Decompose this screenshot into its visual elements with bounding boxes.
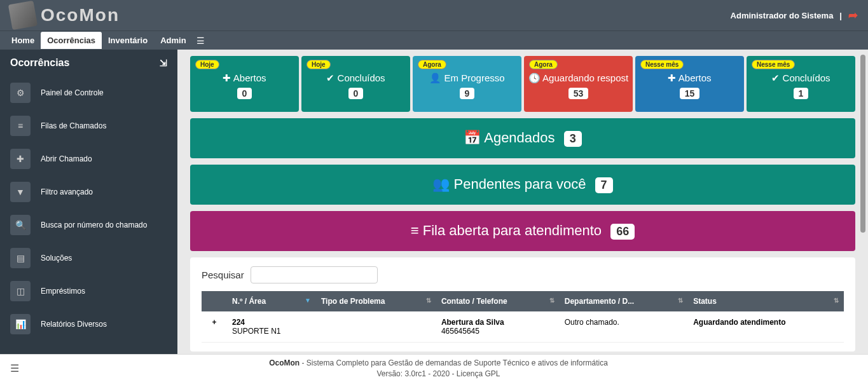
col-departamento[interactable]: Departamento / D...⇅ <box>560 291 688 311</box>
stat-card-concluidos-hoje[interactable]: Hoje ✔ Concluídos 0 <box>301 56 410 112</box>
stat-card-aguardando[interactable]: Agora 🕓 Aguardando respost 53 <box>524 56 633 112</box>
reports-icon: 📊 <box>10 314 31 334</box>
sort-icon: ⇅ <box>678 297 683 304</box>
top-header: OcoMon Administrador do Sistema | ➦ <box>0 0 868 31</box>
stat-title: ✚ Abertos <box>638 72 741 84</box>
sidebar-item-label: Busca por número do chamado <box>41 221 147 229</box>
banner-fila[interactable]: ≡ Fila aberta para atendimento 66 <box>190 211 855 251</box>
stat-card-concluidos-mes[interactable]: Nesse mês ✔ Concluídos 1 <box>747 56 855 112</box>
footer-line1: Sistema Completo para Gestão de demandas… <box>307 358 608 367</box>
sidebar-item-emprestimos[interactable]: ◫ Empréstimos <box>0 275 177 308</box>
stat-card-progresso[interactable]: Agora 👤 Em Progresso 9 <box>413 56 521 112</box>
list-icon: ≡ <box>411 222 419 238</box>
sidebar-item-label: Soluções <box>41 254 72 263</box>
search-row: Pesquisar <box>202 266 844 283</box>
stat-tag: Hoje <box>307 60 331 69</box>
stat-value: 15 <box>680 88 700 99</box>
col-status[interactable]: Status⇅ <box>688 291 844 311</box>
filter-icon: ▼ <box>10 182 31 202</box>
content: Hoje ✚ Abertos 0 Hoje ✔ Concluídos 0 Ago… <box>177 50 868 354</box>
col-num-area[interactable]: N.º / Área▼ <box>227 291 316 311</box>
sidebar-item-label: Painel de Controle <box>41 88 104 97</box>
nav-ocorrencias[interactable]: Ocorrências <box>41 32 102 49</box>
logo[interactable]: OcoMon <box>10 3 120 28</box>
nav-bar: Home Ocorrências Inventário Admin ☰ <box>0 31 868 50</box>
footer-product: OcoMon <box>269 358 300 367</box>
solutions-icon: ▤ <box>10 248 31 268</box>
stat-title: 👤 Em Progresso <box>415 72 519 84</box>
contato-nome: Abertura da Silva <box>441 318 555 327</box>
search-icon: 🔍 <box>10 215 31 235</box>
search-label: Pesquisar <box>202 269 244 280</box>
stat-title: ✔ Concluídos <box>749 72 853 84</box>
sidebar-item-label: Abrir Chamado <box>41 154 92 163</box>
stat-tag: Nesse mês <box>640 60 684 69</box>
logo-text: OcoMon <box>41 5 120 25</box>
nav-admin[interactable]: Admin <box>154 32 192 49</box>
cell-contato: Abertura da Silva 465645645 <box>436 311 560 343</box>
stat-title: ✔ Concluídos <box>304 72 408 84</box>
nav-inventario[interactable]: Inventário <box>102 32 154 49</box>
logout-icon[interactable]: ➦ <box>848 8 858 22</box>
stat-title: 🕓 Aguardando respost <box>527 72 630 84</box>
footer-menu-icon[interactable]: ☰ <box>10 362 19 374</box>
calendar-icon: 📅 <box>464 130 481 146</box>
expand-button[interactable]: + <box>202 311 227 343</box>
collapse-icon[interactable]: ⇲ <box>160 58 167 68</box>
col-tipo[interactable]: Tipo de Problema⇅ <box>316 291 436 311</box>
loans-icon: ◫ <box>10 281 31 301</box>
cell-departamento: Outro chamado. <box>560 311 688 343</box>
nav-menu-icon[interactable]: ☰ <box>196 36 205 46</box>
col-contato[interactable]: Contato / Telefone⇅ <box>436 291 560 311</box>
stat-tag: Agora <box>418 60 446 69</box>
sidebar-item-label: Filtro avançado <box>41 188 93 196</box>
row-num: 224 <box>232 318 311 327</box>
stat-value: 9 <box>460 88 475 99</box>
sort-icon: ▼ <box>305 297 311 304</box>
banner-count: 7 <box>595 177 613 193</box>
nav-home[interactable]: Home <box>5 32 41 49</box>
search-input[interactable] <box>251 266 378 283</box>
dashboard-icon: ⚙ <box>10 83 31 103</box>
sidebar-item-relatorios[interactable]: 📊 Relatórios Diversos <box>0 308 177 341</box>
users-icon: 👥 <box>432 176 450 192</box>
cell-status: Aguardando atendimento <box>688 311 844 343</box>
sidebar-item-filas[interactable]: ≡ Filas de Chamados <box>0 109 177 142</box>
sidebar: Ocorrências ⇲ ⚙ Painel de Controle ≡ Fil… <box>0 50 177 354</box>
user-label: Administrador do Sistema <box>731 11 834 20</box>
sort-icon: ⇅ <box>549 297 555 304</box>
stat-tag: Nesse mês <box>752 60 795 69</box>
cell-tipo <box>316 311 436 343</box>
stat-tag: Agora <box>529 60 558 69</box>
sidebar-item-label: Relatórios Diversos <box>41 320 107 329</box>
table-row[interactable]: + 224 SUPORTE N1 Abertura da Silva 46564… <box>202 311 844 343</box>
sidebar-header: Ocorrências ⇲ <box>0 50 177 76</box>
contato-tel: 465645645 <box>441 327 555 336</box>
sidebar-item-solucoes[interactable]: ▤ Soluções <box>0 242 177 275</box>
banner-agendados[interactable]: 📅 Agendados 3 <box>190 118 855 158</box>
stat-card-abertos-hoje[interactable]: Hoje ✚ Abertos 0 <box>190 56 299 112</box>
sidebar-item-label: Filas de Chamados <box>41 121 106 130</box>
footer-text: OcoMon - Sistema Completo para Gestão de… <box>19 358 858 379</box>
stat-value: 0 <box>237 88 252 99</box>
sidebar-item-filtro[interactable]: ▼ Filtro avançado <box>0 175 177 208</box>
user-area: Administrador do Sistema | ➦ <box>731 8 858 22</box>
stats-row: Hoje ✚ Abertos 0 Hoje ✔ Concluídos 0 Ago… <box>190 56 855 112</box>
stat-card-abertos-mes[interactable]: Nesse mês ✚ Abertos 15 <box>635 56 744 112</box>
scrollbar[interactable] <box>860 55 865 233</box>
banner-label: Fila aberta para atendimento <box>423 222 602 238</box>
stat-tag: Hoje <box>195 60 219 69</box>
sidebar-item-painel[interactable]: ⚙ Painel de Controle <box>0 76 177 109</box>
stat-value: 1 <box>794 88 809 99</box>
banner-pendentes[interactable]: 👥 Pendentes para você 7 <box>190 165 855 205</box>
sidebar-item-abrir[interactable]: ✚ Abrir Chamado <box>0 142 177 175</box>
cell-num-area: 224 SUPORTE N1 <box>227 311 316 343</box>
col-expand <box>202 291 227 311</box>
stat-title: ✚ Abertos <box>193 72 296 84</box>
banner-label: Agendados <box>484 130 555 146</box>
sort-icon: ⇅ <box>834 297 839 304</box>
sort-icon: ⇅ <box>426 297 431 304</box>
divider: | <box>839 11 842 20</box>
sidebar-item-busca[interactable]: 🔍 Busca por número do chamado <box>0 208 177 242</box>
row-area: SUPORTE N1 <box>232 327 311 336</box>
